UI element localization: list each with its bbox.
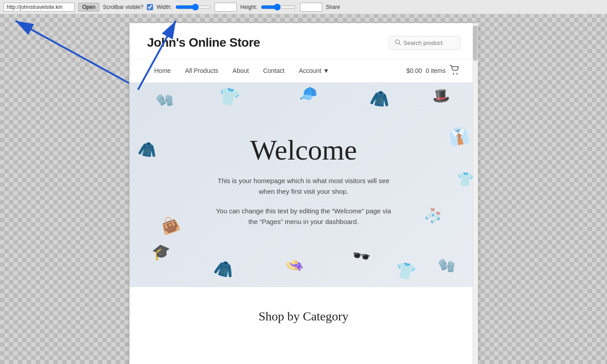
site-nav: Home All Products About Contact Account … [129,59,478,83]
deco-shirt-2: 👕 [456,171,474,188]
hero-text-2: You can change this text by editing the … [214,206,393,227]
toolbar: http://johnstravelsite.kin Open Scrollba… [0,0,607,14]
page-wrapper: John's Online Store Home All Products Ab… [0,14,607,364]
height-label: Height: [240,4,257,10]
svg-line-5 [399,43,401,45]
deco-hoodie: 🧥 [137,139,158,160]
deco-glove-2: 🧤 [437,256,457,275]
deco-belt: 👒 [283,255,304,276]
width-slider[interactable] [175,4,211,11]
deco-sock: 🧦 [423,206,444,225]
height-input[interactable]: 1120 [300,3,322,12]
cart-icon[interactable] [449,65,460,77]
width-input[interactable]: 783 [214,3,237,12]
scrollbar-thumb[interactable] [473,25,478,61]
deco-jacket-2: 🧥 [212,257,236,280]
deco-jacket: 🧥 [368,88,391,109]
site-container: John's Online Store Home All Products Ab… [129,23,478,364]
toolbar-url: http://johnstravelsite.kin [4,3,75,12]
deco-polo: 👔 [447,125,471,148]
deco-tshirt-3: 👕 [394,260,417,282]
deco-tshirt-1: 👕 [216,85,242,109]
svg-point-7 [456,73,457,74]
hero-section: 🧤 👕 🧢 🧥 🎩 🧥 👔 👕 🎓 🧥 👒 🕶️ 🧤 👕 👜 🧦 Welcome… [129,83,478,287]
deco-sunglasses: 🕶️ [350,246,372,267]
shop-category-title: Shop by Category [129,287,478,332]
nav-item-home[interactable]: Home [147,59,178,82]
cart-price: $0.00 [406,67,422,74]
scrollbar-track[interactable] [473,23,478,364]
deco-bag: 👜 [158,213,182,236]
nav-item-account[interactable]: Account ▼ [291,59,336,82]
height-slider[interactable] [261,4,296,11]
search-input[interactable] [404,40,453,46]
search-box[interactable] [389,36,460,50]
deco-cap: 🧢 [297,84,318,104]
share-button[interactable]: Share [326,4,340,10]
nav-item-about[interactable]: About [226,59,256,82]
hero-title: Welcome [250,134,357,167]
deco-gloves: 🧤 [154,89,176,111]
open-button[interactable]: Open [78,3,99,12]
nav-item-contact[interactable]: Contact [256,59,291,82]
hero-text-1: This is your homepage which is what most… [214,176,393,197]
cart-area[interactable]: $0.00 0 items [406,65,460,77]
cart-items-count: 0 items [425,67,445,74]
width-label: Width: [157,4,172,10]
deco-hat: 🎩 [431,86,450,104]
deco-hat-2: 🎓 [150,241,171,261]
scrollbar-checkbox[interactable] [147,4,153,10]
search-icon [395,39,401,47]
scrollbar-label: Scrollbar visible? [103,4,143,10]
nav-item-all-products[interactable]: All Products [178,59,226,82]
svg-point-6 [453,73,454,74]
site-header: John's Online Store [129,23,478,59]
chevron-down-icon: ▼ [323,67,329,74]
site-title: John's Online Store [147,36,260,50]
